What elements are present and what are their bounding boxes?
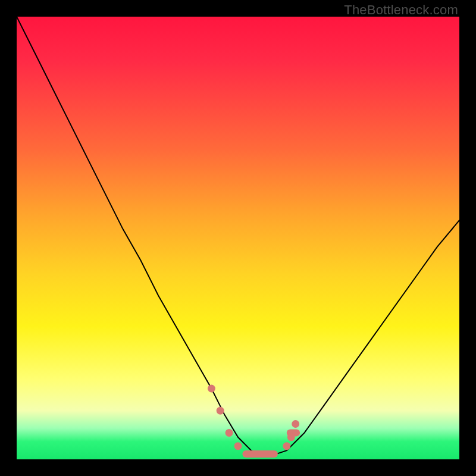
watermark-credit: TheBottleneck.com [344, 2, 458, 18]
sweet-spot-markers [208, 385, 299, 450]
sweet-spot-bar [242, 450, 278, 458]
plot-area [17, 17, 459, 459]
sweet-spot-dot [217, 407, 224, 415]
sweet-spot-dot [292, 420, 299, 428]
sweet-spot-dot [234, 442, 242, 450]
sweet-spot-dot [283, 442, 290, 450]
chart-stage: TheBottleneck.com [0, 0, 476, 476]
sweet-spot-dot [287, 433, 295, 441]
bottleneck-curve-svg [17, 17, 459, 459]
sweet-spot-dot [226, 429, 233, 437]
sweet-spot-dot [208, 385, 215, 393]
bottleneck-curve [17, 17, 459, 455]
